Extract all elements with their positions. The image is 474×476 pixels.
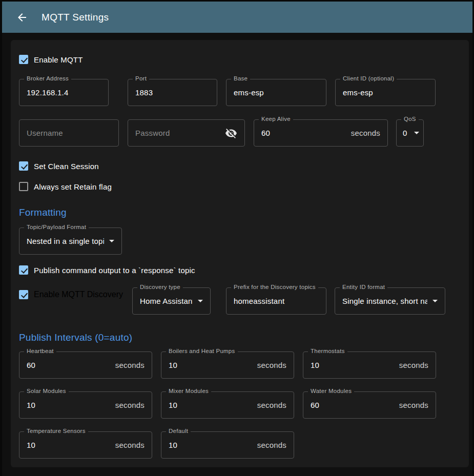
heartbeat-label: Heartbeat bbox=[24, 348, 56, 354]
default-value: 10 bbox=[169, 441, 257, 449]
port-field[interactable]: Port 1883 bbox=[128, 79, 217, 106]
boilers-interval-field[interactable]: Boilers and Heat Pumps 10 seconds bbox=[161, 351, 294, 379]
discovery-type-value: Home Assistant bbox=[140, 297, 193, 305]
enable-mqtt-checkbox[interactable] bbox=[19, 55, 28, 64]
water-interval-field[interactable]: Water Modules 60 seconds bbox=[303, 391, 436, 419]
qos-value: 0 bbox=[403, 129, 409, 137]
retain-flag-row[interactable]: Always set Retain flag bbox=[19, 181, 461, 192]
mixer-label: Mixer Modules bbox=[166, 388, 211, 394]
enable-discovery-row[interactable]: Enable MQTT Discovery bbox=[19, 287, 132, 299]
clean-session-checkbox[interactable] bbox=[19, 161, 28, 171]
base-field[interactable]: Base ems-esp bbox=[226, 79, 326, 106]
mixer-interval-field[interactable]: Mixer Modules 10 seconds bbox=[161, 391, 294, 419]
client-id-field[interactable]: Client ID (optional) ems-esp bbox=[335, 79, 436, 106]
temperature-sensors-value: 10 bbox=[27, 441, 115, 449]
publish-intervals-grid: Heartbeat 60 seconds Boilers and Heat Pu… bbox=[19, 351, 461, 459]
qos-label: QoS bbox=[401, 116, 419, 122]
formatting-heading: Formatting bbox=[19, 206, 461, 219]
topic-format-row: Topic/Payload Format Nested in a single … bbox=[19, 227, 461, 255]
discovery-prefix-value: homeassistant bbox=[234, 297, 319, 305]
entity-id-format-label: Entity ID format bbox=[340, 284, 387, 290]
boilers-unit: seconds bbox=[257, 361, 286, 369]
base-label: Base bbox=[231, 75, 250, 81]
heartbeat-unit: seconds bbox=[115, 361, 145, 369]
entity-id-format-value: Single instance, short name bbox=[342, 297, 427, 305]
publish-response-checkbox[interactable] bbox=[19, 265, 28, 275]
discovery-prefix-label: Prefix for the Discovery topics bbox=[231, 284, 318, 290]
enable-mqtt-label: Enable MQTT bbox=[34, 55, 83, 64]
username-input[interactable] bbox=[27, 129, 111, 137]
publish-response-label: Publish command output to a `response` t… bbox=[34, 266, 195, 275]
temperature-sensors-unit: seconds bbox=[115, 441, 145, 449]
default-interval-field[interactable]: Default 10 seconds bbox=[161, 431, 294, 459]
retain-flag-checkbox[interactable] bbox=[19, 182, 28, 191]
solar-label: Solar Modules bbox=[24, 388, 69, 394]
broker-address-field[interactable]: Broker Address 192.168.1.4 bbox=[19, 79, 109, 106]
topic-format-select[interactable]: Topic/Payload Format Nested in a single … bbox=[19, 227, 122, 255]
chevron-down-icon bbox=[198, 300, 203, 302]
toggle-password-visibility-button[interactable] bbox=[225, 127, 237, 139]
back-button[interactable] bbox=[10, 5, 34, 30]
clean-session-label: Set Clean Session bbox=[34, 162, 99, 171]
page-background: Enable MQTT Broker Address 192.168.1.4 P… bbox=[2, 33, 472, 476]
broker-row: Broker Address 192.168.1.4 Port 1883 Bas… bbox=[19, 79, 461, 106]
broker-address-label: Broker Address bbox=[24, 75, 71, 81]
port-label: Port bbox=[133, 75, 149, 81]
temperature-sensors-interval-field[interactable]: Temperature Sensors 10 seconds bbox=[19, 431, 152, 459]
chevron-down-icon bbox=[414, 132, 419, 134]
keep-alive-field[interactable]: Keep Alive 60 seconds bbox=[254, 119, 388, 147]
default-unit: seconds bbox=[257, 441, 286, 449]
client-id-label: Client ID (optional) bbox=[340, 75, 397, 81]
solar-interval-field[interactable]: Solar Modules 10 seconds bbox=[19, 391, 152, 419]
keep-alive-value: 60 bbox=[261, 129, 351, 137]
base-value: ems-esp bbox=[234, 88, 319, 97]
thermostats-unit: seconds bbox=[399, 361, 428, 369]
heartbeat-interval-field[interactable]: Heartbeat 60 seconds bbox=[19, 351, 152, 379]
temperature-sensors-label: Temperature Sensors bbox=[24, 428, 88, 434]
enable-mqtt-row[interactable]: Enable MQTT bbox=[19, 54, 461, 65]
publish-intervals-heading: Publish Intervals (0=auto) bbox=[19, 331, 461, 344]
qos-select[interactable]: QoS 0 bbox=[396, 119, 424, 147]
username-field[interactable] bbox=[19, 119, 119, 147]
clean-session-row[interactable]: Set Clean Session bbox=[19, 161, 461, 171]
publish-response-row[interactable]: Publish command output to a `response` t… bbox=[19, 265, 461, 275]
topic-format-value: Nested in a single topic bbox=[27, 237, 104, 245]
boilers-label: Boilers and Heat Pumps bbox=[166, 348, 238, 354]
boilers-value: 10 bbox=[169, 361, 257, 369]
discovery-prefix-field[interactable]: Prefix for the Discovery topics homeassi… bbox=[226, 287, 326, 315]
entity-id-format-select[interactable]: Entity ID format Single instance, short … bbox=[335, 287, 445, 315]
heartbeat-value: 60 bbox=[27, 361, 115, 369]
retain-flag-label: Always set Retain flag bbox=[34, 182, 112, 191]
visibility-off-icon bbox=[225, 127, 237, 139]
thermostats-value: 10 bbox=[311, 361, 399, 369]
solar-unit: seconds bbox=[115, 401, 145, 409]
mixer-value: 10 bbox=[169, 401, 257, 409]
password-field[interactable] bbox=[128, 119, 245, 147]
discovery-type-select[interactable]: Discovery type Home Assistant bbox=[132, 287, 211, 315]
port-value: 1883 bbox=[135, 88, 210, 97]
chevron-down-icon bbox=[432, 300, 438, 302]
topic-format-label: Topic/Payload Format bbox=[24, 224, 89, 230]
mixer-unit: seconds bbox=[257, 401, 286, 409]
keep-alive-label: Keep Alive bbox=[259, 116, 293, 122]
keep-alive-unit: seconds bbox=[351, 129, 380, 137]
credentials-row: Keep Alive 60 seconds QoS 0 bbox=[19, 119, 461, 147]
discovery-row: Enable MQTT Discovery Discovery type Hom… bbox=[19, 287, 461, 315]
app-bar: MQTT Settings bbox=[2, 2, 472, 33]
thermostats-label: Thermostats bbox=[308, 348, 347, 354]
arrow-back-icon bbox=[16, 11, 28, 24]
water-label: Water Modules bbox=[308, 388, 354, 394]
thermostats-interval-field[interactable]: Thermostats 10 seconds bbox=[303, 351, 436, 379]
page-title: MQTT Settings bbox=[42, 12, 109, 23]
water-value: 60 bbox=[311, 401, 399, 409]
chevron-down-icon bbox=[109, 240, 114, 242]
password-input[interactable] bbox=[135, 129, 225, 137]
enable-discovery-checkbox[interactable] bbox=[19, 290, 28, 299]
solar-value: 10 bbox=[27, 401, 115, 409]
water-unit: seconds bbox=[399, 401, 428, 409]
enable-discovery-label: Enable MQTT Discovery bbox=[34, 290, 123, 299]
settings-card: Enable MQTT Broker Address 192.168.1.4 P… bbox=[11, 40, 469, 467]
broker-address-value: 192.168.1.4 bbox=[27, 88, 101, 97]
client-id-value: ems-esp bbox=[343, 88, 428, 97]
discovery-type-label: Discovery type bbox=[137, 284, 183, 290]
